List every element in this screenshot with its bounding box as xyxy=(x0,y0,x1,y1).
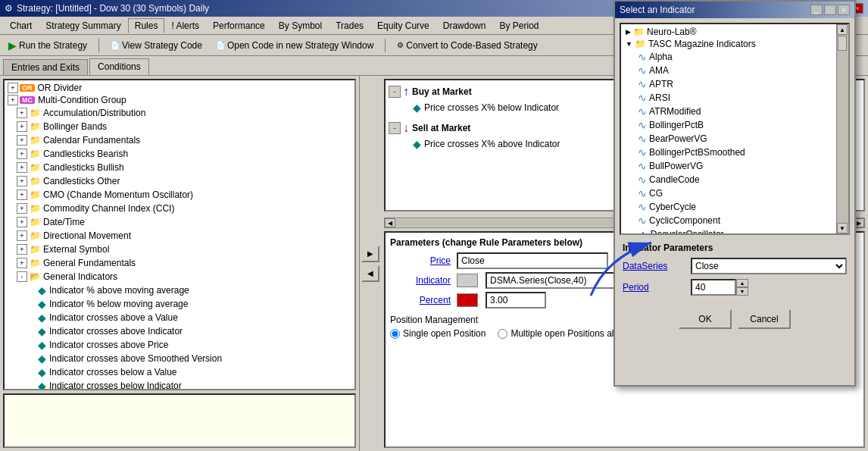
dialog-tree-item-arsi[interactable]: ∿ ARSI xyxy=(623,91,847,105)
dialog-tree-item-bollingerpctbsmoothed[interactable]: ∿ BollingerPctBSmoothed xyxy=(623,146,847,159)
expand-or-divider[interactable]: + xyxy=(8,83,18,93)
mc-group-label: Multi-Condition Group xyxy=(38,95,126,105)
dialog-tree-item-cybercycle[interactable]: ∿ CyberCycle xyxy=(623,200,847,214)
tree-item-accum[interactable]: + 📁 Accumulation/Distribution xyxy=(6,106,353,120)
tab-entries-exits[interactable]: Entries and Exits xyxy=(3,59,88,75)
tree-item-or-divider[interactable]: + OR OR Divider xyxy=(6,82,353,94)
multiple-positions-radio[interactable] xyxy=(498,329,507,339)
tab-by-symbol[interactable]: By Symbol xyxy=(272,18,329,33)
indicator-label[interactable]: Indicator xyxy=(390,275,451,286)
expand-buy[interactable]: - xyxy=(389,86,401,98)
percent-swatch xyxy=(457,293,478,307)
tree-item-gen-ind[interactable]: - 📂 General Indicators xyxy=(6,270,353,283)
expand-cci[interactable]: + xyxy=(17,203,27,214)
tree-item-external[interactable]: + 📁 External Symbol xyxy=(6,243,353,256)
expand-gen-fund[interactable]: + xyxy=(17,258,27,268)
tree-item-crosses-above-ind[interactable]: ◆ Indicator crosses above Indicator xyxy=(6,324,353,338)
tab-drawdown[interactable]: Drawdown xyxy=(436,18,493,33)
tree-item-directional[interactable]: + 📁 Directional Movement xyxy=(6,229,353,243)
dialog-tree-item-aptr[interactable]: ∿ APTR xyxy=(623,77,847,91)
dataseries-label[interactable]: DataSeries xyxy=(623,261,691,271)
expand-candle-bearish[interactable]: + xyxy=(17,149,27,159)
expand-gen-ind[interactable]: - xyxy=(17,271,27,282)
tree-item-cci[interactable]: + 📁 Commodity Channel Index (CCI) xyxy=(6,202,353,215)
tree-item-cmo[interactable]: + 📁 CMO (Chande Momentum Oscillator) xyxy=(6,188,353,202)
scroll-down-btn[interactable]: ▼ xyxy=(837,223,848,233)
dialog-tree-item-bullpowervg[interactable]: ∿ BullPowerVG xyxy=(623,159,847,173)
price-label[interactable]: Price xyxy=(390,255,451,266)
tree-item-crosses-below-val[interactable]: ◆ Indicator crosses below a Value xyxy=(6,365,353,379)
tree-item-pct-above-ma[interactable]: ◆ Indicator % above moving average xyxy=(6,283,353,297)
period-input[interactable] xyxy=(691,279,736,296)
expand-mc-group[interactable]: + xyxy=(8,95,18,105)
expand-datetime[interactable]: + xyxy=(17,217,27,227)
tree-item-mc-group[interactable]: + MC Multi-Condition Group xyxy=(6,94,353,106)
dialog-tree-item-decycler[interactable]: ▲ DecyclerOscillator xyxy=(623,227,847,233)
tree-item-candle-bullish[interactable]: + 📁 Candlesticks Bullish xyxy=(6,161,353,174)
dialog-tree-item-candlecode[interactable]: ∿ CandleCode xyxy=(623,173,847,186)
tab-trades[interactable]: Trades xyxy=(329,18,370,33)
expand-cmo[interactable]: + xyxy=(17,189,27,200)
dialog-tree-item-atrmod[interactable]: ∿ ATRModified xyxy=(623,105,847,118)
single-position-option[interactable]: Single open Position xyxy=(390,328,486,339)
dialog-tree-item-alpha[interactable]: ∿ Alpha xyxy=(623,50,847,64)
open-code-button[interactable]: 📄 Open Code in new Strategy Window xyxy=(211,38,379,53)
tab-by-period[interactable]: By Period xyxy=(492,18,545,33)
dialog-tree-item-cyclic[interactable]: ∿ CyclicComponent xyxy=(623,214,847,227)
indicator-tree[interactable]: ▶ 📁 Neuro-Lab® ▼ 📁 TASC Magazine Indicat… xyxy=(620,23,850,235)
view-code-button[interactable]: 📄 View Strategy Code xyxy=(105,38,208,53)
scroll-up-btn[interactable]: ▲ xyxy=(837,24,848,35)
tree-item-crosses-below-ind[interactable]: ◆ Indicator crosses below Indicator xyxy=(6,379,353,389)
dialog-tree-item-tasc[interactable]: ▼ 📁 TASC Magazine Indicators xyxy=(623,38,847,50)
tree-item-calendar[interactable]: + 📁 Calendar Fundamentals xyxy=(6,133,353,147)
expand-directional[interactable]: + xyxy=(17,230,27,241)
move-right-button[interactable]: ▶ xyxy=(361,246,379,262)
percent-label[interactable]: Percent xyxy=(390,295,451,305)
cancel-button[interactable]: Cancel xyxy=(738,309,791,329)
convert-code-button[interactable]: ⚙ Convert to Code-Based Strategy xyxy=(392,38,542,53)
expand-candle-other[interactable]: + xyxy=(17,176,27,186)
tree-item-crosses-above-val[interactable]: ◆ Indicator crosses above a Value xyxy=(6,311,353,324)
conditions-tree[interactable]: + OR OR Divider + MC Multi-Condition Gro… xyxy=(3,79,356,390)
period-label[interactable]: Period xyxy=(623,282,691,293)
tree-item-crosses-above-price[interactable]: ◆ Indicator crosses above Price xyxy=(6,338,353,352)
period-down-btn[interactable]: ▼ xyxy=(736,287,748,296)
tree-item-crosses-above-smoothed[interactable]: ◆ Indicator crosses above Smoothed Versi… xyxy=(6,352,353,365)
move-left-button[interactable]: ◀ xyxy=(361,265,379,282)
period-up-btn[interactable]: ▲ xyxy=(736,279,748,287)
single-position-radio[interactable] xyxy=(390,329,400,339)
tab-chart[interactable]: Chart xyxy=(3,18,39,33)
dialog-tree-item-cg[interactable]: ∿ CG xyxy=(623,186,847,200)
tree-item-bollinger[interactable]: + 📁 Bollinger Bands xyxy=(6,120,353,133)
tree-item-candle-other[interactable]: + 📁 Candlesticks Other xyxy=(6,174,353,188)
tree-item-candle-bearish[interactable]: + 📁 Candlesticks Bearish xyxy=(6,147,353,161)
tab-performance[interactable]: Performance xyxy=(206,18,272,33)
dialog-tree-item-bearpowervg[interactable]: ∿ BearPowerVG xyxy=(623,132,847,146)
dialog-close-button[interactable]: × xyxy=(838,5,850,15)
dialog-maximize-button[interactable]: □ xyxy=(824,5,836,15)
tab-rules[interactable]: Rules xyxy=(128,18,165,33)
dialog-tree-scrollbar[interactable]: ▲ ▼ xyxy=(836,24,848,233)
expand-bollinger[interactable]: + xyxy=(17,121,27,132)
tree-item-pct-below-ma[interactable]: ◆ Indicator % below moving average xyxy=(6,297,353,311)
dialog-tree-item-bollingerpctb[interactable]: ∿ BollingerPctB xyxy=(623,118,847,132)
tab-conditions[interactable]: Conditions xyxy=(89,58,149,75)
ok-button[interactable]: OK xyxy=(679,309,732,329)
expand-external[interactable]: + xyxy=(17,244,27,255)
run-strategy-button[interactable]: ▶ Run the Strategy xyxy=(3,37,92,54)
scroll-left-btn[interactable]: ◀ xyxy=(385,218,395,227)
tree-item-datetime[interactable]: + 📁 Date/Time xyxy=(6,215,353,229)
select-indicator-dialog: Select an Indicator _ □ × ▶ 📁 Neuro-Lab®… xyxy=(614,0,856,387)
dialog-tree-item-neuro-lab[interactable]: ▶ 📁 Neuro-Lab® xyxy=(623,26,847,38)
tree-item-gen-fund[interactable]: + 📁 General Fundamentals xyxy=(6,256,353,270)
dialog-tree-item-ama[interactable]: ∿ AMA xyxy=(623,64,847,77)
expand-accum[interactable]: + xyxy=(17,108,27,118)
tab-strategy-summary[interactable]: Strategy Summary xyxy=(39,18,127,33)
dialog-minimize-button[interactable]: _ xyxy=(810,5,823,15)
tab-equity-curve[interactable]: Equity Curve xyxy=(370,18,436,33)
expand-candle-bullish[interactable]: + xyxy=(17,162,27,173)
expand-sell[interactable]: - xyxy=(389,122,401,134)
tab-alerts[interactable]: ! Alerts xyxy=(164,18,206,33)
expand-calendar[interactable]: + xyxy=(17,135,27,146)
dataseries-select[interactable]: Close Open High Low Volume xyxy=(691,258,847,274)
